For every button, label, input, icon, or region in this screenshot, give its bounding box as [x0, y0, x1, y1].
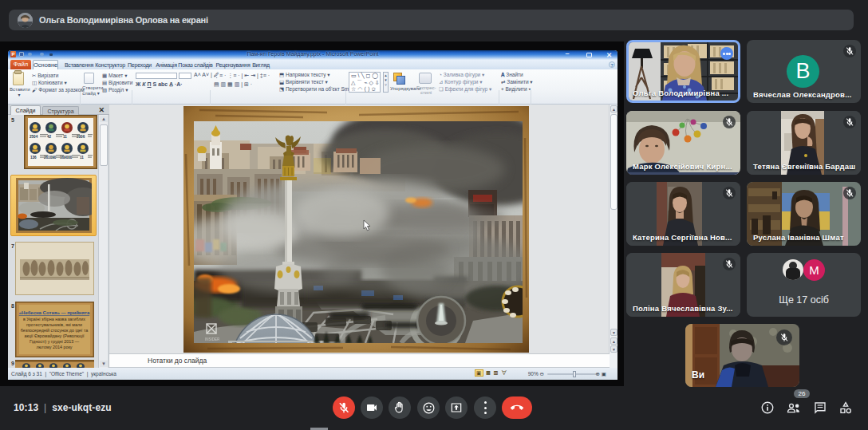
svg-text:INSIDER: INSIDER — [205, 337, 220, 341]
svg-text:42: 42 — [47, 135, 52, 139]
svg-text:протестувальників, які мали: протестувальників, які мали — [26, 322, 82, 327]
svg-text:«Небесна Сотня» — прийнята: «Небесна Сотня» — прийнята — [19, 310, 90, 315]
svg-text:Гідності) у грудні 2013 —: Гідності) у грудні 2013 — — [30, 339, 80, 344]
svg-text:11: 11 — [63, 135, 67, 139]
svg-text:136: 136 — [30, 156, 37, 160]
svg-text:акції Євромайдану (Революції: акції Євромайдану (Революції — [24, 333, 85, 338]
svg-text:в Україні збірна назва загибли: в Україні збірна назва загиблих — [23, 317, 85, 322]
svg-text:лютому 2014 року: лютому 2014 року — [36, 345, 72, 349]
svg-text:11: 11 — [80, 156, 84, 160]
svg-text:безпосередній стосунок до ідеї: безпосередній стосунок до ідеї та — [21, 328, 88, 333]
svg-text:2504: 2504 — [30, 135, 38, 139]
